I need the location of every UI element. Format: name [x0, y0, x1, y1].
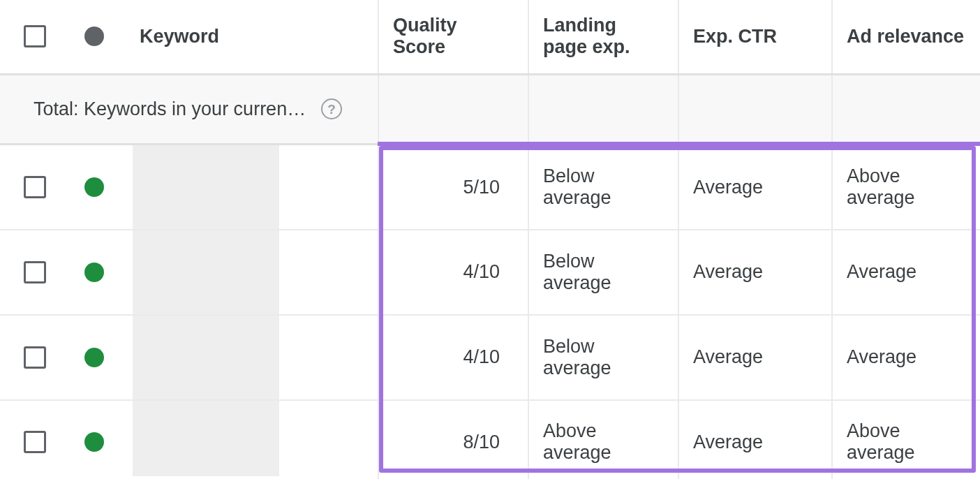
header-landing-page-exp[interactable]: Landing page exp.: [528, 0, 678, 74]
status-enabled-icon[interactable]: [84, 348, 104, 367]
quality-score-value: 4/10: [463, 261, 500, 282]
exp-ctr-value: Average: [693, 432, 763, 452]
select-all-checkbox[interactable]: [24, 25, 46, 47]
header-ad-relevance-label: Ad relevance: [847, 26, 964, 47]
help-icon[interactable]: ?: [321, 98, 342, 119]
ad-relevance-value: Average: [847, 261, 916, 282]
total-adr: [832, 74, 980, 144]
total-label: Total: Keywords in your curren…: [34, 98, 306, 120]
quality-score-cell: 4/10: [378, 230, 528, 315]
exp-ctr-value: Average: [693, 177, 763, 198]
help-glyph: ?: [327, 103, 336, 116]
landing-page-exp-value: Below average: [543, 251, 611, 293]
header-keyword-label: Keyword: [140, 26, 219, 47]
table-row: 8/10 Above average Average Above average: [0, 400, 980, 480]
landing-page-exp-value: Above average: [543, 420, 611, 463]
exp-ctr-cell: Average: [678, 400, 832, 480]
exp-ctr-cell: Average: [678, 315, 832, 400]
keywords-table: Keyword Quality Score Landing page exp. …: [0, 0, 980, 479]
row-checkbox[interactable]: [24, 261, 46, 283]
table-row: 4/10 Below average Average Average: [0, 230, 980, 315]
keyword-redacted: [133, 230, 279, 314]
header-keyword[interactable]: Keyword: [119, 0, 378, 74]
status-enabled-icon[interactable]: [84, 263, 104, 282]
keyword-cell[interactable]: [119, 315, 378, 400]
header-exp-ctr-label: Exp. CTR: [693, 26, 777, 47]
total-label-cell: Total: Keywords in your curren… ?: [119, 74, 378, 144]
exp-ctr-value: Average: [693, 261, 763, 282]
header-status-cell: [70, 0, 119, 74]
landing-page-exp-cell: Below average: [528, 315, 678, 400]
landing-page-exp-cell: Below average: [528, 144, 678, 230]
header-quality-score[interactable]: Quality Score: [378, 0, 528, 74]
landing-page-exp-value: Below average: [543, 336, 611, 378]
keyword-cell[interactable]: [119, 400, 378, 480]
header-ad-relevance[interactable]: Ad relevance: [832, 0, 980, 74]
status-indicator-icon: [84, 27, 104, 46]
ad-relevance-cell: Above average: [832, 400, 980, 480]
landing-page-exp-cell: Above average: [528, 400, 678, 480]
keyword-cell[interactable]: [119, 144, 378, 230]
table-row: 4/10 Below average Average Average: [0, 315, 980, 400]
landing-page-exp-value: Below average: [543, 165, 611, 208]
total-ctr: [678, 74, 832, 144]
keyword-redacted: [133, 316, 279, 399]
ad-relevance-cell: Average: [832, 315, 980, 400]
keyword-redacted: [133, 145, 279, 229]
header-quality-score-label: Quality Score: [393, 15, 457, 57]
exp-ctr-value: Average: [693, 346, 763, 367]
quality-score-cell: 8/10: [378, 400, 528, 480]
landing-page-exp-cell: Below average: [528, 230, 678, 315]
quality-score-cell: 5/10: [378, 144, 528, 230]
row-checkbox[interactable]: [24, 346, 46, 369]
header-landing-page-exp-label: Landing page exp.: [543, 15, 630, 57]
ad-relevance-value: Average: [847, 346, 916, 367]
keyword-redacted: [133, 401, 279, 476]
quality-score-cell: 4/10: [378, 315, 528, 400]
row-checkbox[interactable]: [24, 176, 46, 198]
table-header-row: Keyword Quality Score Landing page exp. …: [0, 0, 980, 74]
exp-ctr-cell: Average: [678, 144, 832, 230]
exp-ctr-cell: Average: [678, 230, 832, 315]
keyword-cell[interactable]: [119, 230, 378, 315]
total-qs: [378, 74, 528, 144]
header-checkbox-cell: [0, 0, 70, 74]
table-row: 5/10 Below average Average Above average: [0, 144, 980, 230]
status-enabled-icon[interactable]: [84, 432, 104, 452]
ad-relevance-cell: Above average: [832, 144, 980, 230]
quality-score-value: 8/10: [463, 432, 500, 452]
ad-relevance-cell: Average: [832, 230, 980, 315]
status-enabled-icon[interactable]: [84, 177, 104, 197]
total-lpe: [528, 74, 678, 144]
ad-relevance-value: Above average: [847, 165, 915, 208]
quality-score-value: 5/10: [463, 177, 500, 198]
quality-score-value: 4/10: [463, 346, 500, 367]
ad-relevance-value: Above average: [847, 420, 915, 463]
row-checkbox[interactable]: [24, 431, 46, 453]
total-row: Total: Keywords in your curren… ?: [0, 74, 980, 144]
header-exp-ctr[interactable]: Exp. CTR: [678, 0, 832, 74]
